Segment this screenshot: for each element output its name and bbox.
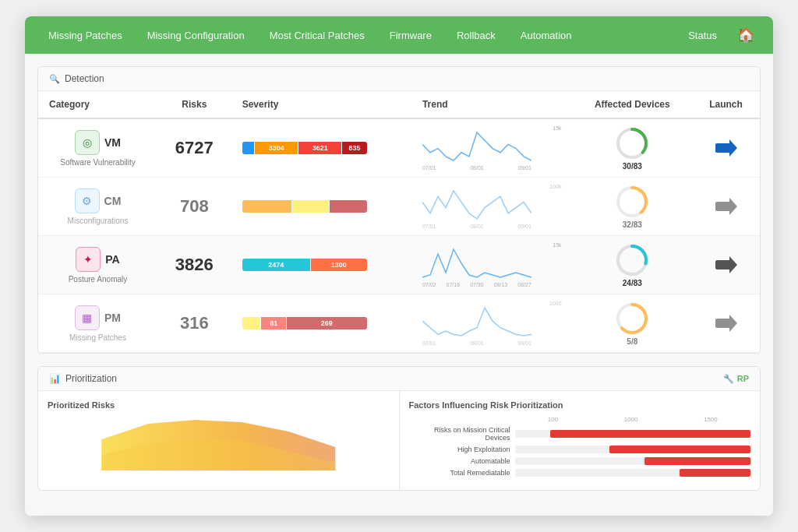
table-row: ⚙ CM Misconfigurations 708 100k 07/0108/… — [38, 178, 760, 236]
category-code: VM — [104, 136, 121, 149]
prioritization-header: 📊 Prioritization 🔧 RP — [38, 367, 760, 391]
mountain-chart — [48, 416, 390, 470]
col-category: Category — [38, 91, 157, 118]
severity-segment — [330, 200, 366, 213]
launch-cell[interactable] — [692, 294, 760, 353]
severity-segment: 835 — [342, 142, 366, 154]
donut-container: 24/83 — [584, 243, 681, 287]
launch-arrow-icon — [715, 139, 737, 157]
trend-cell: 100k 07/0108/0109/01 — [411, 178, 573, 236]
category-label: Posture Anomaly — [69, 275, 128, 284]
main-content: 🔍 Detection Category Risks Severity Tren… — [25, 54, 773, 516]
risk-number: 708 — [180, 196, 209, 216]
factor-label: High Exploitation — [409, 446, 515, 453]
affected-cell: 32/83 — [573, 178, 692, 236]
severity-bar: 24741300 — [242, 259, 367, 271]
launch-button[interactable] — [703, 315, 749, 332]
factor-bar-bg — [515, 457, 751, 465]
category-label: Misconfigurations — [68, 217, 129, 225]
donut-chart — [615, 126, 649, 160]
factor-row: Risks on Mission Critical Devices — [409, 426, 751, 442]
factor-bar — [644, 457, 750, 465]
donut-container: 30/83 — [584, 126, 681, 171]
prioritized-risks-panel: Prioritized Risks — [38, 391, 400, 490]
nav-status[interactable]: Status — [677, 23, 728, 48]
launch-button[interactable] — [703, 256, 749, 273]
factor-bar-bg — [515, 469, 751, 477]
category-code: CM — [104, 195, 122, 207]
svg-rect-14 — [715, 319, 731, 328]
launch-button[interactable] — [703, 139, 749, 157]
svg-marker-15 — [729, 315, 737, 332]
factor-row: Total Remediatable — [409, 469, 751, 477]
svg-rect-2 — [715, 143, 731, 153]
trend-chart — [422, 248, 531, 279]
col-launch: Launch — [692, 91, 760, 118]
donut-chart — [615, 243, 649, 277]
factor-bar — [550, 430, 750, 438]
launch-cell[interactable] — [692, 178, 760, 236]
svg-marker-3 — [729, 139, 737, 157]
detection-title: 🔍 Detection — [49, 73, 104, 84]
risks-cell: 3826 — [157, 236, 231, 294]
table-row: ✦ PA Posture Anomaly 382624741300 15k 07… — [38, 236, 760, 294]
table-header-row: Category Risks Severity Trend Affected D… — [38, 91, 760, 118]
detection-section-header: 🔍 Detection — [38, 67, 760, 91]
prioritization-section: 📊 Prioritization 🔧 RP Prioritized Risks — [37, 366, 761, 491]
trend-chart — [422, 189, 531, 220]
factor-bar — [609, 446, 751, 453]
factors-container: 10010001500 Risks on Mission Critical De… — [409, 416, 751, 477]
severity-segment — [242, 317, 261, 329]
col-risks: Risks — [157, 91, 231, 118]
category-label: Missing Patches — [69, 333, 126, 342]
bar-chart-icon: 📊 — [49, 373, 61, 384]
factor-bar — [680, 469, 750, 477]
category-code: PM — [104, 312, 121, 324]
nav-automation[interactable]: Automation — [510, 23, 583, 48]
trend-cell: 1000 07/0108/0109/01 — [411, 294, 573, 353]
severity-bar: 81269 — [242, 317, 367, 329]
severity-cell: 81269 — [231, 294, 411, 353]
factor-label: Total Remediatable — [409, 469, 515, 477]
trend-chart — [422, 131, 531, 162]
factors-title: Factors Influencing Risk Prioritization — [409, 400, 751, 410]
app-window: Missing Patches Missing Configuration Mo… — [25, 16, 773, 516]
col-trend: Trend — [411, 91, 573, 118]
severity-bar: 33043621835 — [242, 142, 367, 154]
severity-segment: 3621 — [298, 142, 341, 154]
affected-cell: 30/83 — [573, 118, 692, 178]
search-icon: 🔍 — [49, 74, 60, 84]
category-icon-pm: ▦ — [75, 305, 100, 330]
nav-missing-patches[interactable]: Missing Patches — [37, 23, 133, 48]
nav-firmware[interactable]: Firmware — [379, 23, 443, 48]
nav-critical-patches[interactable]: Most Critical Patches — [259, 23, 376, 48]
rp-badge: 🔧 RP — [723, 374, 749, 384]
category-cell: ◎ VM Software Vulnerability — [38, 118, 157, 178]
category-icon-pa: ✦ — [76, 247, 101, 272]
nav-missing-config[interactable]: Missing Configuration — [136, 23, 256, 48]
donut-container: 5/8 — [584, 301, 681, 346]
nav-rollback[interactable]: Rollback — [446, 23, 507, 48]
launch-button[interactable] — [703, 198, 749, 215]
risk-number: 6727 — [175, 138, 214, 157]
launch-arrow-icon — [715, 315, 737, 332]
col-affected: Affected Devices — [573, 91, 692, 118]
severity-segment — [292, 200, 329, 213]
nav-home-button[interactable]: 🏠 — [731, 23, 761, 47]
risk-number: 3826 — [175, 255, 214, 274]
severity-cell: 24741300 — [231, 236, 411, 294]
severity-segment: 2474 — [242, 259, 310, 271]
launch-cell[interactable] — [692, 118, 760, 178]
prioritization-title: 📊 Prioritization — [49, 373, 117, 384]
svg-rect-6 — [715, 202, 731, 211]
table-row: ▦ PM Missing Patches 31681269 1000 07/01… — [38, 294, 760, 353]
donut-label: 5/8 — [627, 337, 637, 346]
launch-arrow-icon — [715, 256, 737, 273]
trend-cell: 15k 07/0207/1607/3008/1308/27 — [411, 236, 573, 294]
launch-arrow-icon — [715, 198, 737, 215]
affected-cell: 5/8 — [573, 294, 692, 353]
severity-segment: 269 — [287, 317, 367, 329]
risks-cell: 708 — [157, 178, 231, 236]
donut-label: 24/83 — [623, 279, 642, 287]
launch-cell[interactable] — [692, 236, 760, 294]
